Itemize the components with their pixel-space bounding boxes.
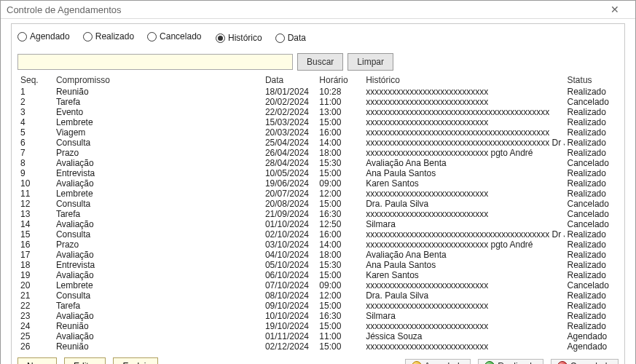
table-row[interactable]: 10Avaliação19/06/202409:00Karen SantosRe… (17, 178, 619, 189)
table-row[interactable]: 2Tarefa20/02/202411:00xxxxxxxxxxxxxxxxxx… (17, 97, 619, 107)
cell-seq: 16 (17, 240, 53, 250)
cell-hist: xxxxxxxxxxxxxxxxxxxxxxxxxxxx (363, 301, 564, 311)
cell-hora: 15:00 (316, 270, 363, 280)
table-row[interactable]: 6Consulta25/04/202414:00xxxxxxxxxxxxxxxx… (17, 138, 619, 148)
radio-data[interactable]: Data (275, 33, 306, 43)
table-body: 1Reunião18/01/202410:28xxxxxxxxxxxxxxxxx… (17, 87, 619, 352)
col-horario[interactable]: Horário (316, 74, 363, 87)
cell-comp: Prazo (53, 148, 262, 158)
cell-hora: 18:00 (316, 148, 363, 158)
cell-hist: Dra. Paula Silva (363, 290, 564, 301)
close-button[interactable]: ✕ (600, 1, 629, 18)
window-title: Controle de Agendamentos (7, 4, 600, 15)
cell-status: Realizado (565, 321, 619, 331)
col-seq[interactable]: Seq. (17, 74, 53, 87)
cell-data: 19/06/2024 (262, 178, 316, 189)
cell-status: Realizado (565, 107, 619, 117)
table-row[interactable]: 20Lembrete07/10/202409:00xxxxxxxxxxxxxxx… (17, 280, 619, 290)
cell-hora: 16:30 (316, 311, 363, 321)
col-data[interactable]: Data (262, 74, 316, 87)
search-row: Buscar Limpar (17, 53, 619, 71)
cell-comp: Lembrete (53, 280, 262, 290)
table-row[interactable]: 17Avaliação04/10/202418:00Avaliação Ana … (17, 250, 619, 260)
cell-hist: xxxxxxxxxxxxxxxxxxxxxxxxxxxx pgto André (363, 148, 564, 158)
cell-hist: Silmara (363, 219, 564, 229)
table-row[interactable]: 15Consulta02/10/202416:00xxxxxxxxxxxxxxx… (17, 229, 619, 240)
cell-data: 01/10/2024 (262, 219, 316, 229)
table-row[interactable]: 22Tarefa09/10/202415:00xxxxxxxxxxxxxxxxx… (17, 301, 619, 311)
table-row[interactable]: 11Lembrete20/07/202412:00xxxxxxxxxxxxxxx… (17, 189, 619, 199)
table-row[interactable]: 23Avaliação10/10/202416:30SilmaraRealiza… (17, 311, 619, 321)
col-compromisso[interactable]: Compromisso (53, 74, 262, 87)
table-row[interactable]: 19Avaliação06/10/202415:00Karen SantosRe… (17, 270, 619, 280)
cell-status: Realizado (565, 290, 619, 301)
radio-icon (83, 32, 93, 41)
cell-hora: 12:00 (316, 290, 363, 301)
table-row[interactable]: 16Prazo03/10/202414:00xxxxxxxxxxxxxxxxxx… (17, 240, 619, 250)
cell-status: Agendado (565, 341, 619, 352)
table-row[interactable]: 9Entrevista10/05/202415:00Ana Paula Sant… (17, 168, 619, 178)
search-input[interactable] (17, 54, 293, 70)
editar-button[interactable]: Editar (64, 357, 106, 364)
titlebar: Controle de Agendamentos ✕ (1, 1, 635, 19)
cell-hist: Dra. Paula Silva (363, 199, 564, 209)
cell-data: 09/10/2024 (262, 301, 316, 311)
cell-comp: Avaliação (53, 219, 262, 229)
cell-status: Realizado (565, 270, 619, 280)
radio-label: Agendado (30, 31, 70, 41)
cell-hist: xxxxxxxxxxxxxxxxxxxxxxxxxxxx (363, 209, 564, 219)
cell-status: Realizado (565, 250, 619, 260)
cell-comp: Tarefa (53, 97, 262, 107)
table-row[interactable]: 12Consulta20/08/202415:00Dra. Paula Silv… (17, 199, 619, 209)
cell-status: Realizado (565, 301, 619, 311)
table-row[interactable]: 1Reunião18/01/202410:28xxxxxxxxxxxxxxxxx… (17, 87, 619, 97)
cell-hist: xxxxxxxxxxxxxxxxxxxxxxxxxxxxxxxxxxxxxxxx… (363, 127, 564, 138)
cell-comp: Tarefa (53, 209, 262, 219)
cell-hist: xxxxxxxxxxxxxxxxxxxxxxxxxxxx (363, 87, 564, 97)
col-historico[interactable]: Histórico (363, 74, 564, 87)
table-row[interactable]: 5Viagem20/03/202416:00xxxxxxxxxxxxxxxxxx… (17, 127, 619, 138)
cell-hora: 10:28 (316, 87, 363, 97)
legend-label: Realizado (498, 361, 536, 364)
cell-hora: 09:00 (316, 178, 363, 189)
cell-data: 01/11/2024 (262, 331, 316, 341)
table-row[interactable]: 26Reunião02/12/202415:00xxxxxxxxxxxxxxxx… (17, 341, 619, 352)
cell-seq: 10 (17, 178, 53, 189)
table-row[interactable]: 24Reunião19/10/202415:00xxxxxxxxxxxxxxxx… (17, 321, 619, 331)
radio-cancelado[interactable]: Cancelado (147, 31, 201, 41)
cell-seq: 23 (17, 311, 53, 321)
cell-comp: Lembrete (53, 189, 262, 199)
cell-hist: Jéssica Souza (363, 331, 564, 341)
radio-historico[interactable]: Histórico (216, 33, 262, 43)
cell-seq: 1 (17, 87, 53, 97)
cell-seq: 14 (17, 219, 53, 229)
limpar-button[interactable]: Limpar (348, 53, 393, 71)
table-row[interactable]: 4Lembrete15/03/202415:00xxxxxxxxxxxxxxxx… (17, 117, 619, 127)
buscar-button[interactable]: Buscar (297, 53, 343, 71)
table-scroll[interactable]: Seq. Compromisso Data Horário Histórico … (17, 74, 619, 352)
cell-comp: Tarefa (53, 301, 262, 311)
cell-seq: 12 (17, 199, 53, 209)
cell-data: 19/10/2024 (262, 321, 316, 331)
cell-seq: 3 (17, 107, 53, 117)
table-row[interactable]: 14Avaliação01/10/202412:50SilmaraCancela… (17, 219, 619, 229)
excluir-button[interactable]: Excluir (113, 357, 158, 364)
cell-status: Cancelado (565, 219, 619, 229)
table-row[interactable]: 13Tarefa21/09/202416:30xxxxxxxxxxxxxxxxx… (17, 209, 619, 219)
cell-hora: 15:00 (316, 168, 363, 178)
table-row[interactable]: 18Entrevista05/10/202415:30Ana Paula San… (17, 260, 619, 270)
cell-comp: Avaliação (53, 178, 262, 189)
cell-seq: 13 (17, 209, 53, 219)
cell-status: Realizado (565, 117, 619, 127)
table-row[interactable]: 7Prazo26/04/202418:00xxxxxxxxxxxxxxxxxxx… (17, 148, 619, 158)
view-filters: Histórico Data (216, 33, 306, 43)
col-status[interactable]: Status (565, 74, 619, 87)
cell-hist: Silmara (363, 311, 564, 321)
radio-agendado[interactable]: Agendado (17, 31, 70, 41)
radio-realizado[interactable]: Realizado (83, 31, 134, 41)
table-row[interactable]: 21Consulta08/10/202412:00Dra. Paula Silv… (17, 290, 619, 301)
novo-button[interactable]: Novo (17, 357, 57, 364)
table-row[interactable]: 3Evento22/02/202413:00xxxxxxxxxxxxxxxxxx… (17, 107, 619, 117)
table-row[interactable]: 8Avaliação28/04/202415:30Avaliação Ana B… (17, 158, 619, 168)
table-row[interactable]: 25Avaliação01/11/202411:00Jéssica SouzaA… (17, 331, 619, 341)
